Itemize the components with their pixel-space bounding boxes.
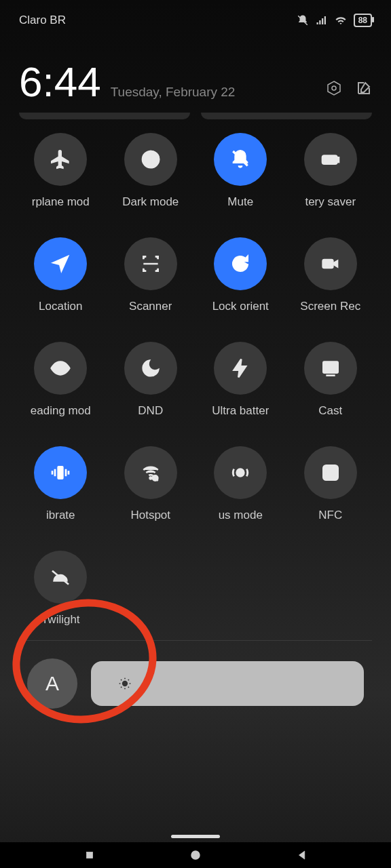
svg-rect-3 (322, 18, 323, 24)
silent-status-icon (297, 14, 309, 26)
brightness-row: A (0, 649, 391, 709)
tile-cast: Cast (289, 342, 373, 439)
tile-label: Dark mode (122, 195, 179, 210)
tile-label: Twilight (41, 613, 80, 628)
twilight-icon (50, 566, 71, 588)
svg-point-20 (149, 477, 151, 479)
cast-icon (320, 357, 341, 379)
moon-icon (140, 357, 162, 379)
tile-label: Location (39, 300, 82, 315)
wifi-icon (335, 14, 347, 26)
drag-handle[interactable] (171, 835, 220, 838)
settings-icon[interactable] (326, 80, 342, 96)
qs-header: 6:44 Tuesday, February 22 (0, 34, 391, 110)
tile-nfc: NFC (289, 446, 373, 544)
svg-rect-10 (337, 157, 339, 162)
tile-label: Lock orient (212, 300, 269, 315)
svg-rect-4 (324, 16, 325, 24)
focus-icon (229, 462, 251, 484)
tile-label: rplane mod (32, 195, 90, 210)
lock-orient-icon (229, 253, 251, 275)
location-icon (50, 253, 71, 275)
bolt-icon (229, 357, 251, 379)
tile-mute: Mute (199, 133, 282, 231)
svg-rect-1 (316, 22, 318, 24)
nav-home[interactable] (179, 847, 212, 863)
tile-lockorient-button[interactable] (214, 237, 267, 290)
brightness-top-placeholder (0, 113, 391, 129)
tile-readingmode: eading mod (19, 342, 103, 439)
tile-label: NFC (318, 509, 342, 524)
eye-icon (50, 357, 71, 379)
nav-back[interactable] (285, 847, 319, 863)
svg-rect-14 (240, 260, 242, 263)
tile-label: Cast (318, 404, 342, 419)
svg-point-6 (332, 86, 336, 90)
tile-dnd-button[interactable] (124, 342, 177, 395)
screenrec-icon (320, 253, 341, 275)
tile-readingmode-button[interactable] (34, 342, 87, 395)
tile-label: ibrate (46, 509, 75, 524)
tile-label: tery saver (305, 195, 356, 210)
tile-label: DND (138, 404, 163, 419)
tile-screenrec: Screen Rec (289, 237, 373, 335)
tile-screenrec-button[interactable] (304, 237, 357, 290)
brightness-slider[interactable] (91, 661, 364, 706)
tile-vibrate: ibrate (19, 446, 103, 544)
tile-batterysaver: tery saver (289, 133, 373, 231)
tile-focusmode: us mode (199, 446, 282, 544)
edit-icon[interactable] (356, 80, 372, 96)
tile-twilight-button[interactable] (34, 551, 87, 604)
tile-label: Mute (227, 195, 253, 210)
svg-rect-27 (86, 852, 92, 859)
sun-icon (118, 677, 132, 690)
svg-point-23 (237, 469, 244, 477)
vibrate-icon (50, 462, 71, 484)
tile-label: us mode (219, 509, 263, 524)
svg-rect-17 (323, 362, 337, 373)
carrier-label: Claro BR (19, 14, 66, 27)
tile-cast-button[interactable] (304, 342, 357, 395)
tile-ultrabattery: Ultra batter (199, 342, 282, 439)
svg-rect-19 (58, 467, 63, 479)
battery-indicator: 88 (354, 14, 372, 27)
tile-airplane-button[interactable] (34, 133, 87, 186)
scanner-icon (140, 253, 162, 275)
tile-darkmode: Dark mode (109, 133, 193, 231)
tile-label: Scanner (129, 300, 172, 315)
svg-point-26 (123, 682, 128, 686)
tile-location-button[interactable] (34, 237, 87, 290)
tile-mute-button[interactable] (214, 133, 267, 186)
tile-scanner-button[interactable] (124, 237, 177, 290)
tile-hotspot-button[interactable] (124, 446, 177, 499)
auto-brightness-button[interactable]: A (27, 658, 77, 709)
auto-brightness-label: A (45, 672, 59, 695)
divider (19, 640, 372, 641)
tile-vibrate-button[interactable] (34, 446, 87, 499)
airplane-icon (50, 149, 71, 170)
tile-batterysaver-button[interactable] (304, 133, 357, 186)
time-label: 6:44 (19, 61, 101, 103)
svg-point-16 (58, 366, 63, 371)
tile-darkmode-button[interactable] (124, 133, 177, 186)
tile-airplane: rplane mod (19, 133, 103, 231)
tile-nfc-button[interactable] (304, 446, 357, 499)
tile-location: Location (19, 237, 103, 335)
svg-rect-2 (319, 20, 320, 24)
tile-lockorient: Lock orient (199, 237, 282, 335)
svg-rect-15 (322, 259, 333, 268)
tile-focusmode-button[interactable] (214, 446, 267, 499)
battery-icon (320, 149, 341, 170)
tile-ultrabattery-button[interactable] (214, 342, 267, 395)
date-label: Tuesday, February 22 (111, 85, 316, 100)
nfc-icon (320, 462, 341, 484)
tile-label: Ultra batter (212, 404, 269, 419)
tile-twilight: Twilight (19, 551, 103, 648)
tile-label: Hotspot (130, 509, 170, 524)
mute-icon (229, 149, 251, 170)
tile-dnd: DND (109, 342, 193, 439)
nav-bar (0, 842, 391, 868)
darkmode-icon (140, 149, 162, 170)
svg-point-29 (193, 852, 198, 858)
nav-recents[interactable] (73, 847, 107, 863)
